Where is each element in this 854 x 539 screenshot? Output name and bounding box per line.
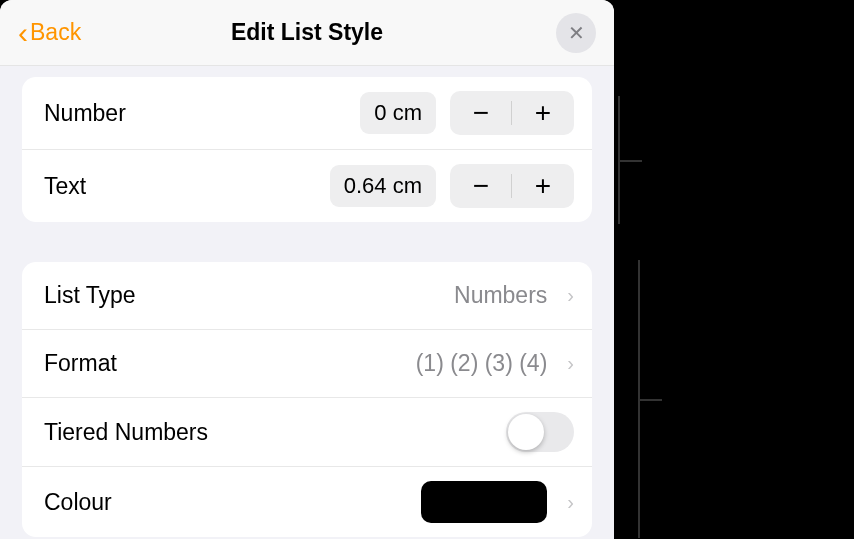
text-label: Text bbox=[44, 173, 86, 200]
back-button[interactable]: ‹ Back bbox=[18, 16, 81, 50]
text-decrement[interactable]: − bbox=[450, 164, 512, 208]
chevron-right-icon: › bbox=[567, 352, 574, 375]
format-row[interactable]: Format (1) (2) (3) (4) › bbox=[22, 330, 592, 398]
colour-swatch bbox=[421, 481, 547, 523]
number-increment[interactable]: + bbox=[512, 91, 574, 135]
list-type-value: Numbers bbox=[454, 282, 547, 309]
close-button[interactable]: ✕ bbox=[556, 13, 596, 53]
tiered-numbers-row: Tiered Numbers bbox=[22, 398, 592, 467]
number-value[interactable]: 0 cm bbox=[360, 92, 436, 134]
edit-list-style-panel: ‹ Back Edit List Style ✕ Number 0 cm − + bbox=[0, 0, 614, 539]
callout-line bbox=[618, 160, 642, 162]
colour-row[interactable]: Colour › bbox=[22, 467, 592, 537]
text-value[interactable]: 0.64 cm bbox=[330, 165, 436, 207]
number-label: Number bbox=[44, 100, 126, 127]
text-indent-row: Text 0.64 cm − + bbox=[22, 150, 592, 222]
text-stepper: − + bbox=[450, 164, 574, 208]
number-decrement[interactable]: − bbox=[450, 91, 512, 135]
toggle-knob bbox=[508, 414, 544, 450]
panel-content: Number 0 cm − + Text 0.64 cm bbox=[0, 77, 614, 537]
callout-line bbox=[638, 399, 662, 401]
minus-icon: − bbox=[473, 97, 489, 129]
plus-icon: + bbox=[535, 170, 551, 202]
chevron-left-icon: ‹ bbox=[18, 16, 28, 50]
panel-title: Edit List Style bbox=[231, 19, 383, 46]
format-label: Format bbox=[44, 350, 117, 377]
close-icon: ✕ bbox=[568, 21, 585, 45]
list-type-row[interactable]: List Type Numbers › bbox=[22, 262, 592, 330]
number-stepper: − + bbox=[450, 91, 574, 135]
colour-label: Colour bbox=[44, 489, 112, 516]
number-indent-row: Number 0 cm − + bbox=[22, 77, 592, 150]
plus-icon: + bbox=[535, 97, 551, 129]
chevron-right-icon: › bbox=[567, 284, 574, 307]
indent-group: Number 0 cm − + Text 0.64 cm bbox=[22, 77, 592, 222]
tiered-numbers-toggle[interactable] bbox=[506, 412, 574, 452]
tiered-numbers-label: Tiered Numbers bbox=[44, 419, 208, 446]
format-value: (1) (2) (3) (4) bbox=[416, 350, 548, 377]
chevron-right-icon: › bbox=[567, 491, 574, 514]
minus-icon: − bbox=[473, 170, 489, 202]
back-label: Back bbox=[30, 19, 81, 46]
panel-header: ‹ Back Edit List Style ✕ bbox=[0, 0, 614, 66]
list-style-group: List Type Numbers › Format (1) (2) (3) (… bbox=[22, 262, 592, 537]
list-type-label: List Type bbox=[44, 282, 136, 309]
text-increment[interactable]: + bbox=[512, 164, 574, 208]
